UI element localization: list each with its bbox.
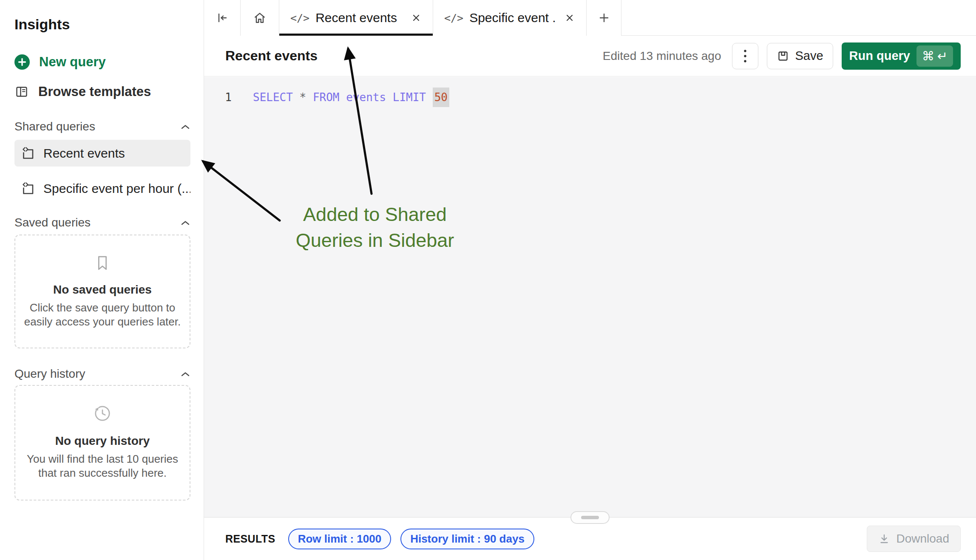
query-history-section-header[interactable]: Query history bbox=[14, 366, 190, 382]
tab-label: Recent events bbox=[315, 11, 397, 25]
tab-recent-events[interactable]: </> Recent events bbox=[279, 0, 433, 36]
sidebar-item-specific-event[interactable]: Specific event per hour (... bbox=[14, 175, 190, 202]
sql-number: 50 bbox=[433, 88, 449, 107]
shared-queries-label: Shared queries bbox=[14, 120, 95, 133]
save-button[interactable]: Save bbox=[767, 43, 833, 69]
sidebar-item-label: Recent events bbox=[43, 146, 125, 161]
plus-circle-icon bbox=[14, 54, 30, 70]
saved-queries-section-header[interactable]: Saved queries bbox=[14, 215, 190, 230]
empty-state-text: easily access your queries later. bbox=[15, 315, 190, 329]
command-icon: ⌘ bbox=[922, 49, 934, 63]
run-query-label: Run query bbox=[849, 49, 910, 63]
code-line: 1 SELECT * FROM events LIMIT 50 bbox=[204, 85, 976, 109]
empty-state-text: Click the save query button to bbox=[15, 301, 190, 315]
tab-specific-event[interactable]: </> Specific event ... bbox=[433, 0, 587, 36]
sql-table: events bbox=[346, 91, 393, 104]
panel-resize-handle[interactable] bbox=[570, 511, 610, 524]
sql-operator: * bbox=[300, 91, 313, 104]
more-options-button[interactable] bbox=[732, 43, 758, 69]
kebab-icon bbox=[743, 48, 747, 64]
new-query-button[interactable]: New query bbox=[14, 52, 190, 72]
empty-state-title: No saved queries bbox=[15, 283, 190, 297]
query-history-empty-state: No query history You will find the last … bbox=[14, 385, 190, 501]
home-icon bbox=[253, 11, 267, 25]
tab-label: Specific event ... bbox=[469, 11, 556, 25]
chevron-up-icon bbox=[181, 371, 190, 377]
insights-app: Insights New query Browse templates Shar… bbox=[0, 0, 976, 560]
download-button[interactable]: Download bbox=[867, 526, 961, 552]
bookmark-icon bbox=[15, 254, 190, 272]
shared-queries-section-header[interactable]: Shared queries bbox=[14, 119, 190, 134]
edited-timestamp: Edited 13 minutes ago bbox=[603, 49, 721, 63]
download-label: Download bbox=[896, 532, 949, 546]
chevron-up-icon bbox=[181, 220, 190, 226]
sql-keyword: LIMIT bbox=[393, 91, 433, 104]
new-tab-plus-icon bbox=[598, 12, 610, 24]
empty-state-text: that ran successfully here. bbox=[15, 466, 190, 480]
main-panel: </> Recent events </> Specific event ... bbox=[204, 0, 976, 560]
new-query-label: New query bbox=[39, 54, 106, 70]
empty-state-text: You will find the last 10 queries bbox=[15, 452, 190, 466]
line-number: 1 bbox=[204, 91, 232, 104]
history-limit-pill[interactable]: History limit : 90 days bbox=[400, 529, 534, 549]
download-icon bbox=[878, 533, 890, 545]
row-limit-pill[interactable]: Row limit : 1000 bbox=[288, 529, 392, 549]
browse-templates-label: Browse templates bbox=[38, 84, 151, 99]
collapse-sidebar-icon bbox=[216, 11, 229, 24]
save-icon bbox=[777, 50, 789, 62]
query-icon bbox=[21, 182, 35, 195]
close-tab-button[interactable] bbox=[409, 11, 423, 25]
history-icon bbox=[15, 404, 190, 423]
code-tab-icon: </> bbox=[290, 12, 309, 24]
sidebar-title: Insights bbox=[14, 16, 70, 33]
tab-bar: </> Recent events </> Specific event ... bbox=[204, 0, 976, 36]
home-button[interactable] bbox=[241, 0, 279, 36]
query-title: Recent events bbox=[225, 48, 318, 64]
sidebar: Insights New query Browse templates Shar… bbox=[0, 0, 204, 560]
new-tab-button[interactable] bbox=[587, 0, 621, 36]
save-label: Save bbox=[795, 49, 823, 63]
saved-queries-label: Saved queries bbox=[14, 216, 91, 229]
saved-queries-empty-state: No saved queries Click the save query bu… bbox=[14, 235, 190, 348]
chevron-up-icon bbox=[181, 124, 190, 130]
sidebar-item-recent-events[interactable]: Recent events bbox=[14, 140, 190, 167]
browse-templates-button[interactable]: Browse templates bbox=[14, 82, 190, 102]
collapse-sidebar-button[interactable] bbox=[204, 0, 241, 36]
close-icon bbox=[565, 13, 574, 23]
query-history-label: Query history bbox=[14, 367, 85, 381]
sql-editor[interactable]: 1 SELECT * FROM events LIMIT 50 bbox=[204, 77, 976, 517]
run-query-button[interactable]: Run query ⌘ ↵ bbox=[842, 42, 961, 70]
template-icon bbox=[14, 85, 29, 99]
code-tab-icon: </> bbox=[444, 12, 463, 24]
sidebar-item-label: Specific event per hour (... bbox=[43, 181, 190, 196]
query-header: Recent events Edited 13 minutes ago Save… bbox=[204, 36, 976, 76]
sql-keyword: FROM bbox=[313, 91, 346, 104]
keyboard-shortcut-badge: ⌘ ↵ bbox=[916, 45, 953, 67]
empty-state-title: No query history bbox=[15, 434, 190, 448]
close-tab-button[interactable] bbox=[562, 11, 577, 25]
drag-bar bbox=[581, 516, 599, 519]
sql-keyword: SELECT bbox=[253, 91, 300, 104]
query-icon bbox=[21, 147, 35, 160]
close-icon bbox=[411, 13, 421, 23]
results-label: RESULTS bbox=[225, 533, 275, 545]
sql-code[interactable]: SELECT * FROM events LIMIT 50 bbox=[253, 91, 449, 104]
return-icon: ↵ bbox=[937, 49, 948, 63]
